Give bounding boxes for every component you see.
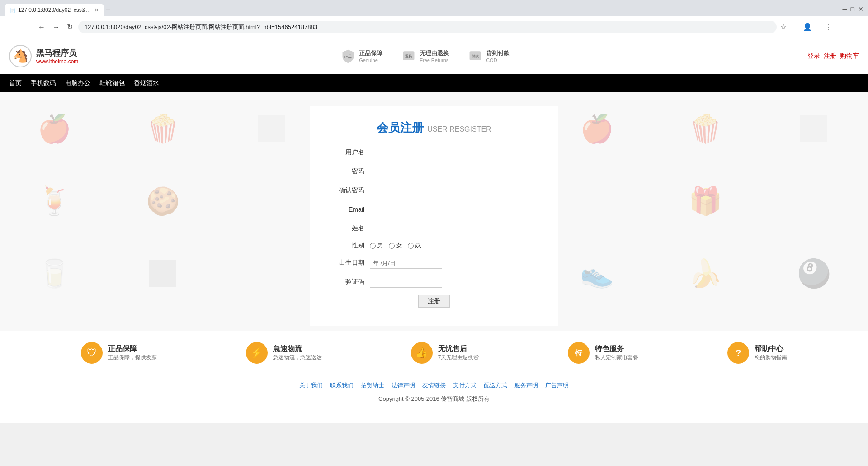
minimize-button[interactable]: ─	[843, 5, 847, 13]
bg-icon-15: 🎁	[651, 165, 760, 237]
refresh-button[interactable]: ↻	[65, 21, 75, 33]
badge-returns-text: 无理由退换 Free Returns	[420, 49, 449, 63]
service-help-subtitle: 您的购物指南	[755, 354, 787, 361]
gender-other-radio[interactable]	[408, 243, 414, 249]
captcha-input[interactable]	[370, 276, 442, 288]
email-input[interactable]	[370, 204, 442, 215]
forward-button[interactable]: →	[51, 21, 61, 33]
password-input[interactable]	[370, 166, 442, 177]
service-special-text: 特色服务 私人定制家电套餐	[595, 344, 638, 361]
new-tab-button[interactable]: +	[106, 6, 111, 14]
active-tab[interactable]: 📄 127.0.0.1:8020/day02_css&js/0... ✕	[5, 4, 104, 16]
captcha-label: 验证码	[328, 278, 364, 286]
close-window-button[interactable]: ✕	[858, 5, 863, 13]
bg-icon-1: 🍎	[0, 92, 108, 165]
user-account-icon[interactable]: 👤	[803, 23, 812, 31]
confirm-password-label: 确认密码	[328, 186, 364, 195]
service-special-subtitle: 私人定制家电套餐	[595, 354, 638, 361]
gender-male-radio[interactable]	[370, 243, 376, 249]
cart-link[interactable]: 购物车	[840, 52, 859, 60]
birthday-input[interactable]	[370, 257, 442, 269]
browser-window: 📄 127.0.0.1:8020/day02_css&js/0... ✕ + ─…	[0, 0, 868, 38]
svg-text:付款: 付款	[472, 54, 479, 58]
returns-icon: 退换	[401, 48, 417, 64]
name-input[interactable]	[370, 223, 442, 234]
bg-icon-14	[542, 165, 651, 237]
back-button[interactable]: ←	[36, 21, 47, 33]
svg-text:退换: 退换	[405, 54, 412, 58]
service-aftersale-subtitle: 7天无理由退换货	[438, 354, 479, 361]
svg-text:正品: 正品	[344, 54, 352, 58]
page-content: 🐴 黑马程序员 www.itheima.com 正品 正	[0, 38, 868, 423]
main-navigation: 首页 手机数码 电脑办公 鞋靴箱包 香烟酒水	[0, 74, 868, 92]
register-link[interactable]: 注册	[824, 52, 836, 60]
bg-icon-2: 🍿	[108, 92, 217, 165]
bg-icon-17: 🥛	[0, 237, 108, 309]
header-badges: 正品 正品保障 Genuine 退换	[340, 48, 509, 64]
gender-female-option[interactable]: 女	[389, 242, 402, 250]
logo-brand-name: 黑马程序员	[36, 48, 78, 58]
birthday-row: 出生日期	[328, 257, 540, 269]
service-logistics-subtitle: 急速物流，急速送达	[273, 354, 322, 361]
gender-other-option[interactable]: 妖	[408, 242, 421, 250]
service-help-title: 帮助中心	[755, 344, 787, 354]
footer-link-payment[interactable]: 支付方式	[453, 382, 476, 389]
login-link[interactable]: 登录	[807, 52, 820, 60]
footer-service-bar: 🛡 正品保障 正品保障，提供发票 ⚡ 急速物流 急速物流，急速送达 👍 无忧售后…	[0, 331, 868, 375]
email-row: Email	[328, 204, 540, 215]
nav-computer[interactable]: 电脑办公	[65, 79, 90, 87]
name-label: 姓名	[328, 224, 364, 233]
nav-home[interactable]: 首页	[9, 79, 22, 87]
footer-link-about[interactable]: 关于我们	[299, 382, 323, 389]
logo-text-area: 黑马程序员 www.itheima.com	[36, 48, 78, 65]
footer-link-service[interactable]: 服务声明	[514, 382, 538, 389]
username-label: 用户名	[328, 148, 364, 157]
badge-cod-icon-wrap: 付款 货到付款 COD	[467, 48, 509, 64]
tab-close-button[interactable]: ✕	[94, 7, 99, 13]
confirm-password-input[interactable]	[370, 185, 442, 196]
service-special-icon: 特	[568, 342, 590, 364]
url-bar[interactable]	[78, 21, 777, 33]
footer-links: 关于我们 联系我们 招贤纳士 法律声明 友情链接 支付方式 配送方式 服务声明 …	[0, 375, 868, 392]
gender-male-option[interactable]: 男	[370, 242, 383, 250]
service-genuine-title: 正品保障	[108, 344, 157, 354]
register-button[interactable]: 注册	[418, 295, 450, 308]
badge-returns: 退换 无理由退换 Free Returns	[401, 48, 449, 64]
bg-icon-19	[217, 237, 326, 309]
site-header: 🐴 黑马程序员 www.itheima.com 正品 正	[0, 38, 868, 74]
footer-link-friends[interactable]: 友情链接	[422, 382, 446, 389]
browser-menu-icon[interactable]: ⋮	[825, 23, 832, 31]
username-row: 用户名	[328, 147, 540, 158]
maximize-button[interactable]: □	[851, 5, 854, 13]
service-genuine-text: 正品保障 正品保障，提供发票	[108, 344, 157, 361]
genuine-shield-icon: 正品	[340, 48, 356, 64]
name-row: 姓名	[328, 223, 540, 234]
footer-link-contact[interactable]: 联系我们	[330, 382, 354, 389]
bg-icon-18	[149, 260, 176, 287]
footer-link-ads[interactable]: 广告声明	[545, 382, 569, 389]
submit-row: 注册	[328, 295, 540, 308]
footer-link-legal[interactable]: 法律声明	[392, 382, 415, 389]
address-bar: ← → ↻ ☆ 👤 ⋮	[0, 16, 868, 38]
gender-row: 性别 男 女 妖	[328, 242, 540, 250]
nav-mobile[interactable]: 手机数码	[31, 79, 56, 87]
footer-link-delivery[interactable]: 配送方式	[484, 382, 507, 389]
logo-url-text: www.itheima.com	[36, 58, 78, 65]
service-genuine-subtitle: 正品保障，提供发票	[108, 354, 157, 361]
gender-female-radio[interactable]	[389, 243, 395, 249]
footer-link-jobs[interactable]: 招贤纳士	[361, 382, 384, 389]
nav-shoes[interactable]: 鞋靴箱包	[99, 79, 125, 87]
bg-icon-3	[258, 115, 285, 142]
bg-icon-23: 🍌	[651, 237, 760, 309]
bg-icon-22: 👟	[542, 237, 651, 309]
bg-icon-9: 🍹	[0, 165, 108, 237]
bookmark-icon[interactable]: ☆	[780, 23, 787, 31]
nav-tobacco[interactable]: 香烟酒水	[134, 79, 159, 87]
service-help-icon: ?	[727, 342, 749, 364]
form-title-chinese: 会员注册	[377, 121, 424, 134]
service-help: ? 帮助中心 您的购物指南	[727, 342, 787, 364]
badge-genuine-text: 正品保障 Genuine	[359, 49, 382, 63]
username-input[interactable]	[370, 147, 442, 158]
logo-icon: 🐴	[9, 45, 32, 67]
gender-label: 性别	[328, 242, 364, 250]
